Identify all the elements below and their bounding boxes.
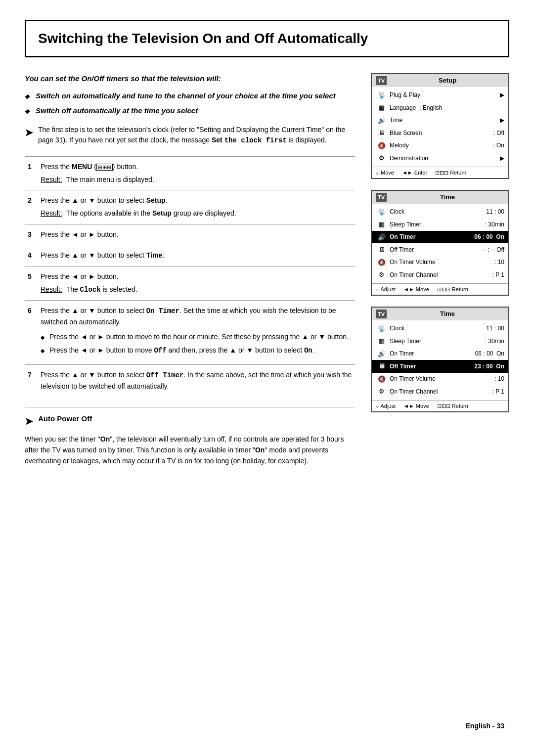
table-row: 4 Press the ▲ or ▼ button to select Time…: [25, 245, 355, 267]
footer-move: ◄► Move: [403, 285, 429, 294]
row-label: Plug & Play: [390, 90, 498, 99]
intro-bullets: Switch on automatically and tune to the …: [25, 90, 355, 117]
antenna-icon: 📡: [376, 90, 388, 100]
step-content: Press the ◄ or ► button. Result: The Clo…: [38, 267, 355, 301]
tv-row: 🔊 On Timer 06 : 00 On: [372, 348, 508, 360]
row-label: Demonstration: [390, 154, 498, 163]
mute-icon: 🔇: [376, 141, 388, 151]
steps-table: 1 Press the MENU (⊞⊞⊞) button. Result: T…: [25, 156, 355, 397]
tv-row: 🔊 Time ▶: [372, 114, 508, 127]
tv-row: ▦ Sleep Timer : 30min: [372, 218, 508, 231]
row-label: Sleep Timer: [390, 337, 483, 346]
row-label: Language : English: [390, 103, 504, 112]
row-label: Time: [390, 116, 498, 125]
tv-row: 📡 Plug & Play ▶: [372, 89, 508, 102]
tv-panel-time1: TV Time 📡 Clock 11 : 00 ▦ Sleep Timer : …: [371, 190, 509, 296]
page-number: English - 33: [465, 721, 504, 731]
bullet-2: Switch off automatically at the time you…: [25, 105, 355, 117]
tv-label: TV: [376, 193, 387, 202]
row-value: -- : -- Off: [482, 245, 504, 254]
step-content: Press the ▲ or ▼ button to select Off Ti…: [38, 365, 355, 397]
panel-title: Time: [391, 309, 504, 319]
row-value: 06 : 00 On: [475, 349, 504, 358]
tv-panel-time2: TV Time 📡 Clock 11 : 00 ▦ Sleep Timer : …: [371, 307, 509, 412]
tv-label: TV: [376, 76, 387, 86]
step-number: 6: [25, 301, 38, 365]
tv-panel-body: 📡 Clock 11 : 00 ▦ Sleep Timer : 30min 🔊 …: [372, 204, 508, 283]
row-label: Sleep Timer: [390, 220, 483, 229]
step-content: Press the ▲ or ▼ button to select Setup.…: [38, 190, 355, 224]
mute-icon: 🔇: [376, 374, 388, 384]
screen-icon: 🖥: [376, 245, 388, 255]
menu-icon: ▦: [376, 220, 388, 229]
intro-lead: You can set the On/Off timers so that th…: [25, 73, 355, 85]
tv-panel-body: 📡 Clock 11 : 00 ▦ Sleep Timer : 30min 🔊 …: [372, 320, 508, 400]
tv-panel-body: 📡 Plug & Play ▶ ▦ Language : English 🔊 T…: [372, 87, 508, 167]
footer-return: ⊡⊡⊡ Return: [435, 169, 466, 177]
tv-row: 🔇 On Timer Volume : 10: [372, 373, 508, 386]
tv-panel-footer: ⬦ Adjust ◄► Move ⊡⊡⊡ Return: [372, 283, 508, 295]
note-arrow-icon: ➤: [25, 125, 33, 140]
row-value: ▶: [500, 154, 504, 163]
tv-row: 🖥 Off Timer -- : -- Off: [372, 243, 508, 256]
footer-move: ⬦ Move: [376, 169, 394, 177]
step-number: 4: [25, 245, 38, 267]
row-label: Off Timer: [390, 362, 472, 371]
table-row: 7 Press the ▲ or ▼ button to select Off …: [25, 365, 355, 397]
table-row: 2 Press the ▲ or ▼ button to select Setu…: [25, 190, 355, 224]
row-value: : 10: [494, 374, 504, 383]
footer-return: ⊡⊡⊡ Return: [437, 402, 468, 410]
row-label: Off Timer: [390, 245, 480, 254]
step-content: Press the ▲ or ▼ button to select Time.: [38, 245, 355, 267]
antenna-icon: 📡: [376, 207, 388, 217]
tv-row: ▦ Sleep Timer : 30min: [372, 335, 508, 348]
row-value: : 10: [494, 258, 504, 267]
row-value: : 30min: [485, 337, 504, 346]
row-label: On Timer Channel: [390, 270, 490, 279]
sound-icon: 🔊: [376, 349, 388, 359]
page-title: Switching the Television On and Off Auto…: [25, 20, 509, 57]
tv-panel-header: TV Setup: [372, 74, 508, 87]
list-item: Press the ◄ or ► button to move to the h…: [41, 332, 352, 343]
footer-adjust: ⬦ Adjust: [376, 285, 396, 294]
tv-row: ⚙ On Timer Channel : P 1: [372, 268, 508, 281]
row-label: On Timer Volume: [390, 258, 492, 267]
antenna-icon: 📡: [376, 324, 388, 334]
row-value: : P 1: [492, 270, 504, 279]
panel-title: Time: [391, 192, 504, 202]
tv-panel-header: TV Time: [372, 308, 508, 320]
row-label: Blue Screen: [390, 129, 491, 137]
step-content: Press the MENU (⊞⊞⊞) button. Result: The…: [38, 156, 355, 190]
tv-panel-setup: TV Setup 📡 Plug & Play ▶ ▦ Language : En…: [371, 73, 509, 179]
tv-panel-footer: ⬦ Move ◄► Enter ⊡⊡⊡ Return: [372, 167, 508, 178]
row-label: Clock: [390, 207, 484, 216]
row-label: Melody: [390, 141, 491, 150]
note-text: The first step is to set the television'…: [38, 125, 355, 146]
tv-row: 🔇 Melody : On: [372, 139, 508, 152]
row-value: 11 : 00: [486, 324, 504, 333]
screen-icon: 🖥: [376, 361, 388, 371]
auto-power-title: Auto Power Off: [38, 413, 92, 425]
bullet-1: Switch on automatically and tune to the …: [25, 90, 355, 102]
step-number: 2: [25, 190, 38, 224]
note-block: ➤ The first step is to set the televisio…: [25, 125, 355, 146]
step-number: 3: [25, 224, 38, 245]
step-number: 1: [25, 156, 38, 190]
table-row: 5 Press the ◄ or ► button. Result: The C…: [25, 267, 355, 301]
step-content: Press the ◄ or ► button.: [38, 224, 355, 245]
footer-adjust: ⬦ Adjust: [376, 402, 396, 410]
row-label: On Timer: [390, 232, 472, 241]
step-number: 5: [25, 267, 38, 301]
row-value: 06 : 00 On: [474, 232, 504, 241]
tv-row-highlighted: 🖥 Off Timer 23 : 00 On: [372, 360, 508, 373]
demo-icon: ⚙: [376, 153, 388, 163]
tv-label: TV: [376, 310, 387, 319]
row-value: : 30min: [485, 220, 504, 229]
table-row: 3 Press the ◄ or ► button.: [25, 224, 355, 245]
table-row: 1 Press the MENU (⊞⊞⊞) button. Result: T…: [25, 156, 355, 190]
row-value: ▶: [500, 90, 504, 99]
tv-row: 🖥 Blue Screen : Off: [372, 127, 508, 139]
auto-power-arrow-icon: ➤: [25, 414, 33, 429]
auto-power-body: When you set the timer "On", the televis…: [25, 434, 355, 467]
result-text: The options available in the Setup group…: [66, 208, 236, 219]
